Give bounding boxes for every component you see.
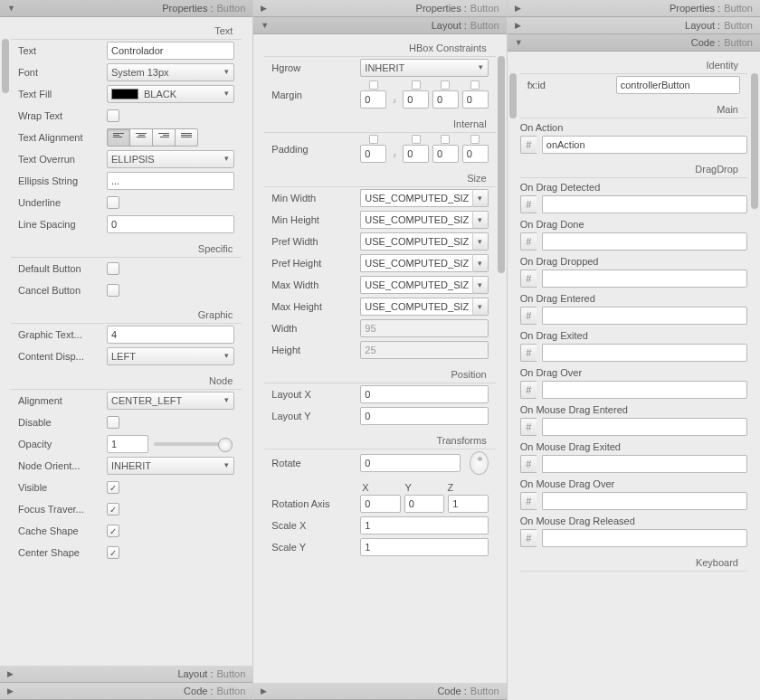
rotaxis-z-input[interactable] <box>448 495 488 513</box>
defaultbutton-checkbox[interactable] <box>107 262 119 275</box>
padding-top-input[interactable] <box>360 145 386 163</box>
graphictextgap-input[interactable] <box>107 326 234 344</box>
section-identity: Identity <box>520 55 747 74</box>
hash-icon: # <box>520 492 537 510</box>
hgrow-combo[interactable]: INHERIT <box>360 59 488 77</box>
event-handler-input[interactable] <box>542 195 747 213</box>
col3-code-header[interactable]: ▼Code :Button <box>508 34 760 52</box>
scrollbar[interactable] <box>509 71 517 696</box>
link-checkbox[interactable] <box>441 80 450 90</box>
margin-left-input[interactable] <box>462 90 489 109</box>
align-left-button[interactable] <box>107 128 130 147</box>
opacity-slider[interactable] <box>154 442 233 446</box>
section-specific: Specific <box>11 239 242 258</box>
scrollbar[interactable] <box>498 54 505 679</box>
dropdown-icon[interactable]: ▾ <box>472 189 489 207</box>
cancelbutton-checkbox[interactable] <box>107 284 119 297</box>
layoutx-input[interactable] <box>360 385 488 403</box>
col1-properties-header[interactable]: ▼Properties :Button <box>0 0 252 17</box>
expand-down-icon: ▼ <box>7 4 15 13</box>
visible-checkbox[interactable] <box>107 481 119 494</box>
padding-left-input[interactable] <box>462 145 489 163</box>
event-handler-input[interactable] <box>542 492 747 510</box>
rotaxis-y-input[interactable] <box>404 495 444 513</box>
scalex-input[interactable] <box>360 516 488 534</box>
event-handler-input[interactable] <box>542 307 747 325</box>
scaley-input[interactable] <box>360 538 488 556</box>
prefheight-input[interactable] <box>360 254 471 272</box>
dropdown-icon[interactable]: ▾ <box>472 276 489 294</box>
link-checkbox[interactable] <box>470 135 480 144</box>
rotaxis-x-input[interactable] <box>360 495 400 513</box>
event-handler-input[interactable] <box>542 232 747 251</box>
contentdisplay-combo[interactable]: LEFT <box>107 347 234 365</box>
margin-top-input[interactable] <box>360 90 386 109</box>
margin-bottom-input[interactable] <box>432 90 459 109</box>
link-checkbox[interactable] <box>470 80 480 90</box>
scrollbar[interactable] <box>2 37 9 662</box>
maxheight-input[interactable] <box>360 298 471 316</box>
alignment-combo[interactable]: CENTER_LEFT <box>107 392 234 410</box>
dropdown-icon[interactable]: ▾ <box>472 254 489 272</box>
link-icon[interactable]: › <box>390 95 399 109</box>
rotate-dial[interactable] <box>470 451 488 475</box>
onaction-input[interactable] <box>542 136 747 154</box>
event-handler-input[interactable] <box>542 418 747 436</box>
opacity-input[interactable] <box>107 435 148 453</box>
linespacing-input[interactable] <box>107 215 234 233</box>
col3-properties-header[interactable]: ▶Properties :Button <box>508 0 760 17</box>
ellipsis-input[interactable] <box>107 172 234 190</box>
dropdown-icon[interactable]: ▾ <box>472 298 489 316</box>
prefwidth-input[interactable] <box>360 232 471 251</box>
link-checkbox[interactable] <box>412 135 421 144</box>
link-checkbox[interactable] <box>369 80 378 90</box>
overrun-combo[interactable]: ELLIPSIS <box>107 150 234 168</box>
event-label: On Drag Detected <box>520 178 747 194</box>
link-icon[interactable]: › <box>390 149 399 163</box>
font-combo[interactable]: System 13px <box>107 63 234 81</box>
col1-code-header[interactable]: ▶Code :Button <box>0 683 252 700</box>
textfill-combo[interactable]: BLACK <box>107 85 234 103</box>
padding-bottom-input[interactable] <box>432 145 459 163</box>
scrollbar[interactable] <box>751 71 758 696</box>
event-handler-input[interactable] <box>542 270 747 288</box>
maxwidth-input[interactable] <box>360 276 471 294</box>
centershape-checkbox[interactable] <box>107 546 119 559</box>
hash-icon: # <box>520 381 537 399</box>
underline-checkbox[interactable] <box>107 196 119 209</box>
minwidth-input[interactable] <box>360 189 471 207</box>
event-handler-input[interactable] <box>542 344 747 362</box>
padding-right-input[interactable] <box>403 145 429 163</box>
col3-layout-header[interactable]: ▶Layout :Button <box>508 17 760 34</box>
focustrav-checkbox[interactable] <box>107 503 119 516</box>
padding-quad: › <box>360 135 488 163</box>
align-right-button[interactable] <box>152 128 176 147</box>
event-handler-input[interactable] <box>542 529 747 547</box>
dropdown-icon[interactable]: ▾ <box>472 211 489 229</box>
nodeorient-combo[interactable]: INHERIT <box>107 457 234 475</box>
wraptext-checkbox[interactable] <box>107 109 119 122</box>
align-center-button[interactable] <box>129 128 153 147</box>
layouty-input[interactable] <box>360 407 488 425</box>
col2-code-header[interactable]: ▶Code :Button <box>253 683 506 700</box>
margin-right-input[interactable] <box>403 90 429 109</box>
col2-properties-header[interactable]: ▶Properties :Button <box>253 0 506 17</box>
fxid-input[interactable] <box>616 76 740 94</box>
dropdown-icon[interactable]: ▾ <box>472 232 489 251</box>
link-checkbox[interactable] <box>369 135 378 144</box>
hash-icon: # <box>520 529 537 547</box>
cacheshape-checkbox[interactable] <box>107 525 119 537</box>
height-readonly <box>360 341 488 359</box>
align-justify-button[interactable] <box>175 128 198 147</box>
link-checkbox[interactable] <box>441 135 450 144</box>
text-input[interactable] <box>107 42 234 60</box>
col2-layout-header[interactable]: ▼Layout :Button <box>253 17 506 34</box>
section-graphic: Graphic <box>11 305 242 324</box>
link-checkbox[interactable] <box>412 80 421 90</box>
rotate-input[interactable] <box>360 454 461 472</box>
minheight-input[interactable] <box>360 211 471 229</box>
disable-checkbox[interactable] <box>107 416 119 429</box>
event-handler-input[interactable] <box>542 455 747 473</box>
col1-layout-header[interactable]: ▶Layout :Button <box>0 666 252 683</box>
event-handler-input[interactable] <box>542 381 747 399</box>
